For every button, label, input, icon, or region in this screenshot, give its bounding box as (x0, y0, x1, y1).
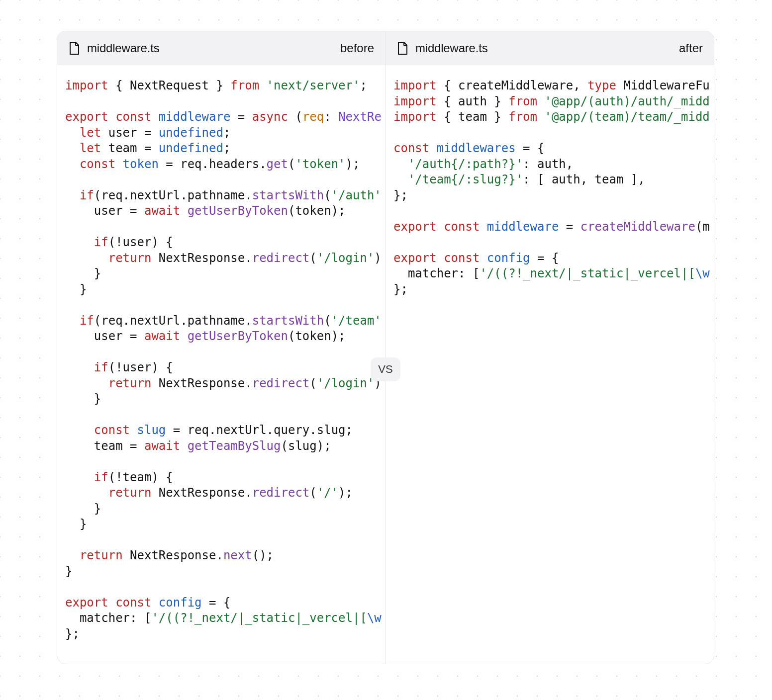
file-icon (68, 41, 80, 55)
after-header-left: middleware.ts (396, 41, 487, 55)
code-compare-card: middleware.ts before import { NextReques… (57, 31, 714, 664)
after-code: import { createMiddleware, type Middlewa… (386, 65, 714, 664)
after-tag: after (679, 41, 703, 55)
file-icon (396, 41, 408, 55)
after-header: middleware.ts after (386, 31, 714, 65)
before-filename: middleware.ts (87, 41, 159, 55)
before-tag: before (340, 41, 374, 55)
before-header: middleware.ts before (57, 31, 385, 65)
after-filename: middleware.ts (415, 41, 487, 55)
before-code: import { NextRequest } from 'next/server… (57, 65, 385, 664)
vs-badge: VS (371, 357, 400, 381)
before-header-left: middleware.ts (68, 41, 159, 55)
after-pane: middleware.ts after import { createMiddl… (386, 31, 714, 664)
before-pane: middleware.ts before import { NextReques… (57, 31, 386, 664)
vs-label: VS (378, 363, 392, 376)
